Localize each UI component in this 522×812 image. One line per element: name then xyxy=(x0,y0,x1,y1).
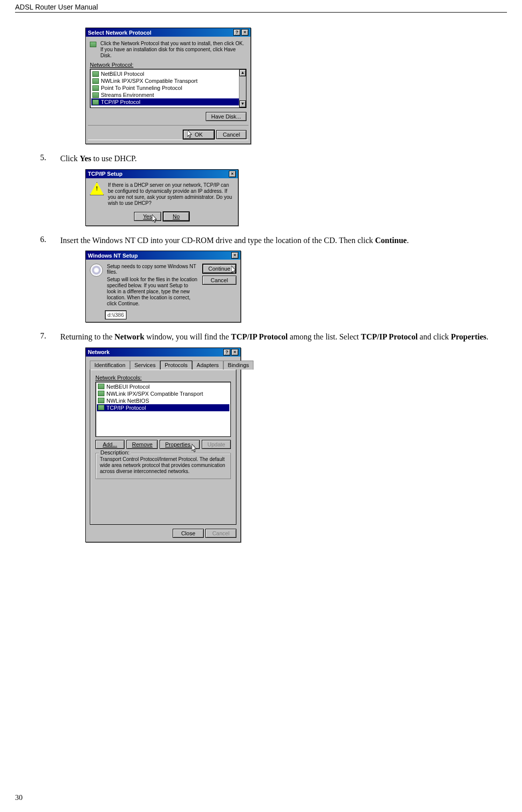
dialog-title: Select Network Protocol xyxy=(88,30,152,36)
close-icon[interactable]: × xyxy=(231,349,238,356)
titlebar: Network ? × xyxy=(86,348,240,357)
step-7: 7. Returning to the Network window, you … xyxy=(40,331,492,342)
cancel-button[interactable]: Cancel xyxy=(216,130,246,139)
help-icon[interactable]: ? xyxy=(233,29,240,36)
protocol-icon xyxy=(92,99,99,105)
ok-button[interactable]: OK xyxy=(183,130,215,140)
dialog-title: Network xyxy=(88,349,109,355)
list-item[interactable]: NetBEUI Protocol xyxy=(97,383,229,390)
add-button[interactable]: Add... xyxy=(95,440,124,449)
close-icon[interactable]: × xyxy=(231,252,238,259)
close-icon[interactable]: × xyxy=(229,171,236,177)
tabs: Identification Services Protocols Adapte… xyxy=(90,361,236,370)
scrollbar[interactable]: ▲ ▼ xyxy=(239,69,246,107)
dialog-instruction: Click the Network Protocol that you want… xyxy=(100,41,246,59)
select-network-protocol-dialog: Select Network Protocol ? × Click the Ne… xyxy=(85,28,251,144)
close-icon[interactable]: × xyxy=(241,29,248,36)
list-label: Network Protocol: xyxy=(90,62,134,68)
dialog-title: Windows NT Setup xyxy=(88,253,138,259)
step-number: 7. xyxy=(40,331,46,340)
tab-protocols[interactable]: Protocols xyxy=(160,361,192,370)
step-number: 5. xyxy=(40,153,46,162)
remove-button[interactable]: Remove xyxy=(126,440,158,449)
path-input[interactable]: d:\i386 xyxy=(105,310,126,319)
setup-line2: Setup will look for the files in the loc… xyxy=(107,277,198,307)
dialog-title: TCP/IP Setup xyxy=(88,171,122,177)
warning-icon xyxy=(90,182,104,195)
protocol-icon xyxy=(98,405,104,410)
tab-services[interactable]: Services xyxy=(130,361,160,370)
titlebar: Windows NT Setup × xyxy=(86,251,240,260)
nt-setup-dialog: Windows NT Setup × Setup needs to copy s… xyxy=(85,251,241,322)
list-item[interactable]: NWLink IPX/SPX Compatible Transport xyxy=(91,77,245,84)
titlebar: TCP/IP Setup × xyxy=(86,170,238,178)
list-label: Network Protocols: xyxy=(95,375,142,381)
yes-button[interactable]: Yes xyxy=(134,212,161,221)
list-item[interactable]: Streams Environment xyxy=(91,91,245,98)
protocol-icon xyxy=(92,85,99,91)
cancel-button[interactable]: Cancel xyxy=(202,276,236,285)
protocol-icon xyxy=(92,92,99,98)
description-group: Description: Transport Control Protocol/… xyxy=(95,453,231,479)
network-dialog: Network ? × Identification Services Prot… xyxy=(85,347,241,542)
protocol-icon xyxy=(92,71,99,77)
protocol-icon xyxy=(98,398,104,403)
network-protocol-listbox[interactable]: NetBEUI Protocol NWLink IPX/SPX Compatib… xyxy=(95,382,231,437)
cancel-button: Cancel xyxy=(205,529,236,538)
tcpip-setup-dialog: TCP/IP Setup × If there is a DHCP server… xyxy=(85,169,238,226)
protocol-icon xyxy=(98,384,104,389)
help-icon[interactable]: ? xyxy=(223,349,230,356)
tab-panel: Network Protocols: NetBEUI Protocol NWLi… xyxy=(90,369,236,525)
tab-bindings[interactable]: Bindings xyxy=(223,361,253,370)
protocol-icon xyxy=(90,42,96,47)
close-button[interactable]: Close xyxy=(173,529,204,538)
scroll-up-icon[interactable]: ▲ xyxy=(239,69,246,76)
list-item[interactable]: TCP/IP Protocol xyxy=(97,404,229,411)
step-number: 6. xyxy=(40,235,46,244)
list-item[interactable]: NWLink NetBIOS xyxy=(97,397,229,404)
step-6: 6. Insert the Windows NT CD into your CD… xyxy=(40,235,492,246)
page-number: 30 xyxy=(15,793,23,802)
dialog-message: If there is a DHCP server on your networ… xyxy=(108,182,234,206)
scroll-down-icon[interactable]: ▼ xyxy=(239,100,246,107)
list-item[interactable]: NetBEUI Protocol xyxy=(91,70,245,77)
setup-line1: Setup needs to copy some Windows NT file… xyxy=(107,264,198,275)
cd-icon xyxy=(90,264,103,277)
have-disk-button[interactable]: Have Disk... xyxy=(206,112,246,121)
list-item[interactable]: NWLink IPX/SPX Compatible Transport xyxy=(97,390,229,397)
protocol-icon xyxy=(92,78,99,84)
tab-adapters[interactable]: Adapters xyxy=(192,361,223,370)
protocol-listbox[interactable]: NetBEUI Protocol NWLink IPX/SPX Compatib… xyxy=(90,69,246,108)
description-text: Transport Control Protocol/Internet Prot… xyxy=(100,456,226,475)
properties-button[interactable]: Properties... xyxy=(160,440,200,449)
doc-header: ADSL Router User Manual xyxy=(15,0,507,13)
no-button[interactable]: No xyxy=(163,211,190,221)
doc-title: ADSL Router User Manual xyxy=(15,3,98,11)
titlebar: Select Network Protocol ? × xyxy=(86,28,250,37)
update-button: Update xyxy=(202,440,231,449)
list-item[interactable]: TCP/IP Protocol xyxy=(91,98,245,105)
step-5: 5. Click Yes to use DHCP. xyxy=(40,153,492,164)
continue-button[interactable]: Continue xyxy=(202,264,236,274)
list-item[interactable]: Point To Point Tunneling Protocol xyxy=(91,84,245,91)
description-label: Description: xyxy=(99,449,131,455)
tab-identification[interactable]: Identification xyxy=(90,361,130,370)
protocol-icon xyxy=(98,391,104,396)
